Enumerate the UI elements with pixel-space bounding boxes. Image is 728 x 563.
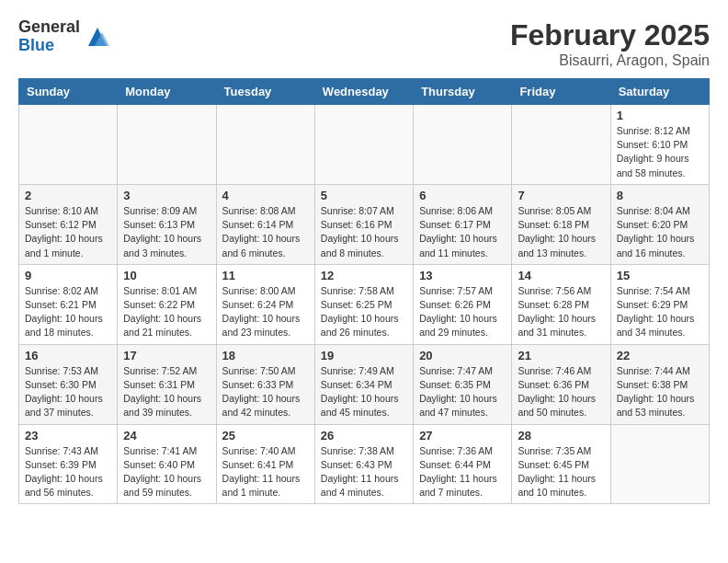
weekday-header-tuesday: Tuesday — [216, 79, 314, 105]
day-info: Sunrise: 7:49 AM Sunset: 6:34 PM Dayligh… — [321, 364, 407, 420]
calendar-cell — [414, 105, 512, 185]
calendar-cell: 26Sunrise: 7:38 AM Sunset: 6:43 PM Dayli… — [314, 424, 413, 504]
day-number: 6 — [419, 189, 506, 202]
calendar-cell: 25Sunrise: 7:40 AM Sunset: 6:41 PM Dayli… — [216, 424, 314, 504]
calendar-cell: 20Sunrise: 7:47 AM Sunset: 6:35 PM Dayli… — [414, 344, 512, 424]
logo-general: General — [18, 18, 80, 37]
calendar-cell: 23Sunrise: 7:43 AM Sunset: 6:39 PM Dayli… — [19, 424, 118, 504]
day-info: Sunrise: 8:05 AM Sunset: 6:18 PM Dayligh… — [518, 204, 604, 260]
day-number: 8 — [617, 189, 703, 202]
day-number: 28 — [518, 429, 604, 442]
weekday-header-friday: Friday — [512, 79, 610, 105]
day-info: Sunrise: 8:06 AM Sunset: 6:17 PM Dayligh… — [419, 204, 506, 260]
day-info: Sunrise: 8:04 AM Sunset: 6:20 PM Dayligh… — [617, 204, 703, 260]
calendar-cell: 5Sunrise: 8:07 AM Sunset: 6:16 PM Daylig… — [314, 184, 413, 264]
calendar-cell: 3Sunrise: 8:09 AM Sunset: 6:13 PM Daylig… — [118, 184, 216, 264]
day-info: Sunrise: 8:01 AM Sunset: 6:22 PM Dayligh… — [123, 284, 210, 340]
day-number: 3 — [123, 189, 210, 202]
day-info: Sunrise: 7:36 AM Sunset: 6:44 PM Dayligh… — [419, 444, 506, 500]
calendar-cell: 27Sunrise: 7:36 AM Sunset: 6:44 PM Dayli… — [414, 424, 512, 504]
day-number: 13 — [419, 269, 506, 282]
day-number: 1 — [617, 109, 703, 122]
logo: General Blue — [18, 18, 111, 55]
calendar-cell: 11Sunrise: 8:00 AM Sunset: 6:24 PM Dayli… — [216, 264, 314, 344]
calendar-cell: 22Sunrise: 7:44 AM Sunset: 6:38 PM Dayli… — [610, 344, 709, 424]
day-number: 7 — [518, 189, 604, 202]
calendar-table: SundayMondayTuesdayWednesdayThursdayFrid… — [18, 78, 710, 504]
day-info: Sunrise: 7:38 AM Sunset: 6:43 PM Dayligh… — [321, 444, 407, 500]
day-info: Sunrise: 8:08 AM Sunset: 6:14 PM Dayligh… — [222, 204, 309, 260]
calendar-cell — [19, 105, 118, 185]
calendar-cell: 28Sunrise: 7:35 AM Sunset: 6:45 PM Dayli… — [512, 424, 610, 504]
day-info: Sunrise: 7:35 AM Sunset: 6:45 PM Dayligh… — [518, 444, 604, 500]
day-number: 27 — [419, 429, 506, 442]
day-number: 15 — [617, 269, 703, 282]
day-info: Sunrise: 7:44 AM Sunset: 6:38 PM Dayligh… — [617, 364, 703, 420]
calendar-cell: 8Sunrise: 8:04 AM Sunset: 6:20 PM Daylig… — [610, 184, 709, 264]
calendar-cell: 15Sunrise: 7:54 AM Sunset: 6:29 PM Dayli… — [610, 264, 709, 344]
weekday-header-monday: Monday — [118, 79, 216, 105]
logo-icon — [84, 23, 111, 51]
day-info: Sunrise: 7:57 AM Sunset: 6:26 PM Dayligh… — [419, 284, 506, 340]
calendar-cell: 12Sunrise: 7:58 AM Sunset: 6:25 PM Dayli… — [314, 264, 413, 344]
calendar-cell: 1Sunrise: 8:12 AM Sunset: 6:10 PM Daylig… — [610, 105, 709, 185]
day-info: Sunrise: 7:54 AM Sunset: 6:29 PM Dayligh… — [617, 284, 703, 340]
logo-blue: Blue — [18, 37, 80, 55]
weekday-header-row: SundayMondayTuesdayWednesdayThursdayFrid… — [19, 79, 710, 105]
weekday-header-thursday: Thursday — [414, 79, 512, 105]
day-number: 23 — [25, 429, 111, 442]
calendar-cell — [512, 105, 610, 185]
day-info: Sunrise: 8:10 AM Sunset: 6:12 PM Dayligh… — [25, 204, 111, 260]
day-number: 21 — [518, 349, 604, 362]
week-row-5: 23Sunrise: 7:43 AM Sunset: 6:39 PM Dayli… — [19, 424, 710, 504]
day-info: Sunrise: 8:09 AM Sunset: 6:13 PM Dayligh… — [123, 204, 210, 260]
calendar-cell — [314, 105, 413, 185]
calendar-cell: 21Sunrise: 7:46 AM Sunset: 6:36 PM Dayli… — [512, 344, 610, 424]
calendar-cell — [610, 424, 709, 504]
day-info: Sunrise: 7:46 AM Sunset: 6:36 PM Dayligh… — [518, 364, 604, 420]
day-number: 17 — [123, 349, 210, 362]
day-number: 19 — [321, 349, 407, 362]
day-number: 5 — [321, 189, 407, 202]
calendar-cell: 14Sunrise: 7:56 AM Sunset: 6:28 PM Dayli… — [512, 264, 610, 344]
logo-text: General Blue — [18, 18, 80, 55]
day-info: Sunrise: 7:41 AM Sunset: 6:40 PM Dayligh… — [123, 444, 210, 500]
calendar-cell: 17Sunrise: 7:52 AM Sunset: 6:31 PM Dayli… — [118, 344, 216, 424]
week-row-4: 16Sunrise: 7:53 AM Sunset: 6:30 PM Dayli… — [19, 344, 710, 424]
day-info: Sunrise: 8:00 AM Sunset: 6:24 PM Dayligh… — [222, 284, 309, 340]
day-info: Sunrise: 7:56 AM Sunset: 6:28 PM Dayligh… — [518, 284, 604, 340]
day-info: Sunrise: 8:07 AM Sunset: 6:16 PM Dayligh… — [321, 204, 407, 260]
day-number: 4 — [222, 189, 309, 202]
calendar-cell: 9Sunrise: 8:02 AM Sunset: 6:21 PM Daylig… — [19, 264, 118, 344]
day-number: 20 — [419, 349, 506, 362]
title-block: February 2025 Bisaurri, Aragon, Spain — [510, 18, 710, 69]
day-info: Sunrise: 7:58 AM Sunset: 6:25 PM Dayligh… — [321, 284, 407, 340]
day-info: Sunrise: 7:47 AM Sunset: 6:35 PM Dayligh… — [419, 364, 506, 420]
day-number: 16 — [25, 349, 111, 362]
calendar-cell — [216, 105, 314, 185]
calendar-cell: 6Sunrise: 8:06 AM Sunset: 6:17 PM Daylig… — [414, 184, 512, 264]
day-number: 9 — [25, 269, 111, 282]
location: Bisaurri, Aragon, Spain — [510, 52, 710, 69]
weekday-header-sunday: Sunday — [19, 79, 118, 105]
calendar-cell: 16Sunrise: 7:53 AM Sunset: 6:30 PM Dayli… — [19, 344, 118, 424]
day-info: Sunrise: 7:52 AM Sunset: 6:31 PM Dayligh… — [123, 364, 210, 420]
day-info: Sunrise: 7:43 AM Sunset: 6:39 PM Dayligh… — [25, 444, 111, 500]
calendar-cell: 2Sunrise: 8:10 AM Sunset: 6:12 PM Daylig… — [19, 184, 118, 264]
week-row-2: 2Sunrise: 8:10 AM Sunset: 6:12 PM Daylig… — [19, 184, 710, 264]
day-number: 22 — [617, 349, 703, 362]
day-number: 18 — [222, 349, 309, 362]
month-title: February 2025 — [510, 18, 710, 52]
calendar-cell: 4Sunrise: 8:08 AM Sunset: 6:14 PM Daylig… — [216, 184, 314, 264]
day-number: 12 — [321, 269, 407, 282]
day-info: Sunrise: 7:40 AM Sunset: 6:41 PM Dayligh… — [222, 444, 309, 500]
day-info: Sunrise: 7:53 AM Sunset: 6:30 PM Dayligh… — [25, 364, 111, 420]
day-number: 2 — [25, 189, 111, 202]
day-info: Sunrise: 7:50 AM Sunset: 6:33 PM Dayligh… — [222, 364, 309, 420]
day-info: Sunrise: 8:12 AM Sunset: 6:10 PM Dayligh… — [617, 124, 703, 180]
page-header: General Blue February 2025 Bisaurri, Ara… — [18, 18, 710, 69]
day-number: 11 — [222, 269, 309, 282]
calendar-cell — [118, 105, 216, 185]
day-number: 26 — [321, 429, 407, 442]
calendar-cell: 24Sunrise: 7:41 AM Sunset: 6:40 PM Dayli… — [118, 424, 216, 504]
